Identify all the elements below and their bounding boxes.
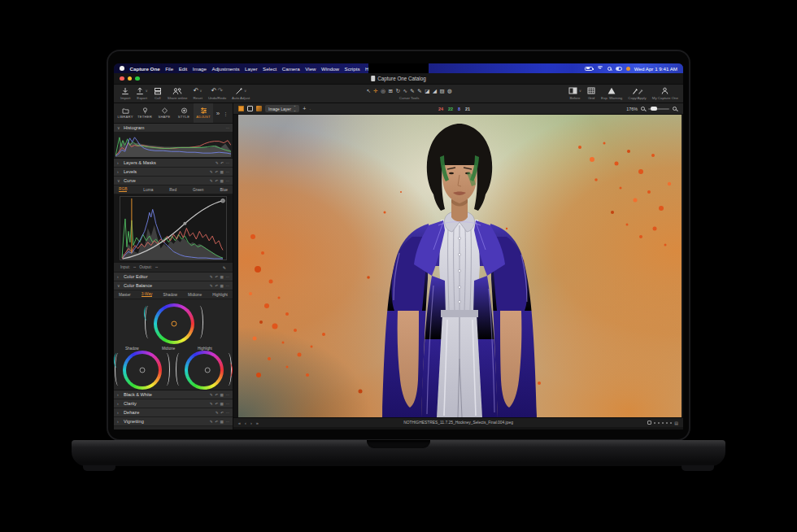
menu-scripts[interactable]: Scripts [345,66,360,72]
reset-adjustment-icon[interactable]: ↶ [215,284,218,288]
draw-mask-tool[interactable]: ✎ [410,87,414,94]
panel-header-black-white[interactable]: › Black & White ✎ ↶ ▦ ⋯ [114,390,233,399]
edit-icon[interactable]: ✎ [210,179,213,183]
spline-tool[interactable]: ∿ [403,87,407,94]
chevrons-right-icon[interactable]: » [216,110,220,117]
menubar-app-name[interactable]: Capture One [130,66,160,72]
cb-tab-master[interactable]: Master [119,293,131,297]
reset-adjustment-icon[interactable]: ↶ [215,179,218,183]
tab-shape[interactable]: SHAPE [155,103,174,123]
edit-icon[interactable]: ✎ [216,161,219,165]
add-layer-button[interactable]: + [303,106,306,111]
before-button[interactable]: ∨ Before [568,85,581,102]
preset-icon[interactable]: ▦ [220,393,224,397]
reset-adjustment-icon[interactable]: ↶ [215,393,218,397]
panel-header-color-balance[interactable]: ∨ Color Balance ✎ ↶ ▦ ⋯ [114,281,233,290]
rating-dot-2[interactable] [658,422,660,424]
menu-layer[interactable]: Layer [245,66,257,72]
wifi-icon[interactable] [597,66,603,71]
tab-style[interactable]: STYLE [174,103,194,123]
cull-button[interactable]: Cull [154,85,162,102]
rating-dot-5[interactable] [670,422,672,424]
menu-file[interactable]: File [165,66,173,72]
tab-adjust[interactable]: ADJUST [194,103,213,123]
hand-tool[interactable]: ✛ [373,87,377,94]
preset-icon[interactable]: ▦ [220,179,224,183]
radial-mask-tool[interactable]: ◍ [447,87,452,94]
exposure-warning-button[interactable]: Exp. Warning [601,85,622,102]
panel-header-color-editor[interactable]: › Color Editor ✎ ↶ ▦ ⋯ [114,273,233,281]
film-strip-icon[interactable]: ▤ [674,421,678,425]
spotlight-search-icon[interactable] [608,67,612,71]
grid-button[interactable]: Grid [587,85,595,102]
capture-one-status-icon[interactable] [626,67,630,71]
export-button[interactable]: ∨ Export [136,85,147,102]
zoom-slider[interactable] [648,108,669,110]
import-button[interactable]: Import [120,85,130,102]
preset-icon[interactable]: ▦ [220,275,224,279]
reset-adjustment-icon[interactable]: ↶ [215,402,218,406]
midtone-color-wheel[interactable] [154,303,194,344]
rotate-tool[interactable]: ↻ [395,87,399,94]
curve-tab-green[interactable]: Green [193,188,203,192]
reset-adjustment-icon[interactable]: ↶ [215,420,218,424]
cb-tab-highlight[interactable]: Highlight [212,293,228,297]
edit-icon[interactable]: ✎ [210,284,213,288]
photo-canvas[interactable] [233,115,683,417]
menu-edit[interactable]: Edit [179,66,188,72]
panel-header-clarity[interactable]: › Clarity ✎ ↶ ▦ ⋯ [114,399,233,408]
edit-icon[interactable]: ✎ [210,393,213,397]
more-icon[interactable]: ⋯ [225,411,229,415]
more-icon[interactable]: ⋯ [225,420,229,424]
menu-view[interactable]: View [305,66,316,72]
control-center-icon[interactable] [616,67,622,71]
menu-camera[interactable]: Camera [282,66,300,72]
curve-tab-luma[interactable]: Luma [143,188,153,192]
edit-icon[interactable]: ✎ [210,170,213,174]
edit-icon[interactable]: ✎ [210,420,213,424]
heal-tool[interactable]: ✎ [417,87,421,94]
layer-dropdown[interactable]: Image Layer ⌃⌄ [265,105,299,112]
copy-apply-button[interactable]: Copy/Apply [628,85,646,102]
zoom-out-icon[interactable] [641,107,645,111]
rating-dot-3[interactable] [662,422,664,424]
select-tool[interactable]: ↖ [366,87,370,94]
close-window-button[interactable] [120,76,124,81]
apple-menu-icon[interactable] [120,66,124,71]
kebab-menu-icon[interactable]: ⋮ [223,111,228,116]
color-tag-icon[interactable] [647,421,651,425]
preset-icon[interactable]: ▦ [220,170,224,174]
minimize-window-button[interactable] [128,76,133,81]
layer-square-icon[interactable] [247,106,253,111]
more-icon[interactable]: ⋯ [225,179,229,183]
prev-image-icon[interactable]: ‹ [245,421,246,425]
auto-adjust-button[interactable]: ∨ Auto Adjust [232,85,250,102]
preset-icon[interactable]: ▦ [220,402,224,406]
menu-select[interactable]: Select [263,66,277,72]
menu-image[interactable]: Image [193,66,207,72]
more-icon[interactable]: ⋯ [225,161,229,165]
preset-icon[interactable]: ▦ [220,420,224,424]
share-online-button[interactable]: Share online [168,85,188,102]
more-icon[interactable]: ⋯ [225,402,229,406]
next-image-icon[interactable]: › [250,421,252,425]
erase-tool[interactable]: ◢ [433,87,437,94]
undo-redo-button[interactable]: ↶↷ Undo/Redo [208,85,226,102]
edit-icon[interactable]: ✎ [210,402,213,406]
my-capture-one-button[interactable]: My Capture One [652,85,678,102]
mask-grid-icon[interactable] [238,106,244,111]
more-icon[interactable]: ⋯ [225,393,229,397]
reset-adjustment-icon[interactable]: ↶ [215,275,218,279]
shadow-lightness-slider[interactable] [163,353,170,386]
panel-header-levels[interactable]: › Levels ✎ ↶ ▦ ⋯ [114,168,233,177]
highlight-saturation-slider[interactable] [176,353,183,386]
crop-tool[interactable]: ⊞ [388,87,392,94]
last-image-icon[interactable]: » [256,421,259,425]
gradient-mask-tool[interactable]: ▨ [439,87,444,94]
zoom-slider-handle[interactable] [651,107,657,111]
panel-header-histogram[interactable]: ∨ Histogram ⋯ [114,124,233,133]
tab-library[interactable]: LIBRARY [115,103,135,123]
cb-tab-midtone[interactable]: Midtone [188,293,202,297]
clone-tool[interactable]: ◪ [425,87,429,94]
curve-tab-blue[interactable]: Blue [220,188,228,192]
